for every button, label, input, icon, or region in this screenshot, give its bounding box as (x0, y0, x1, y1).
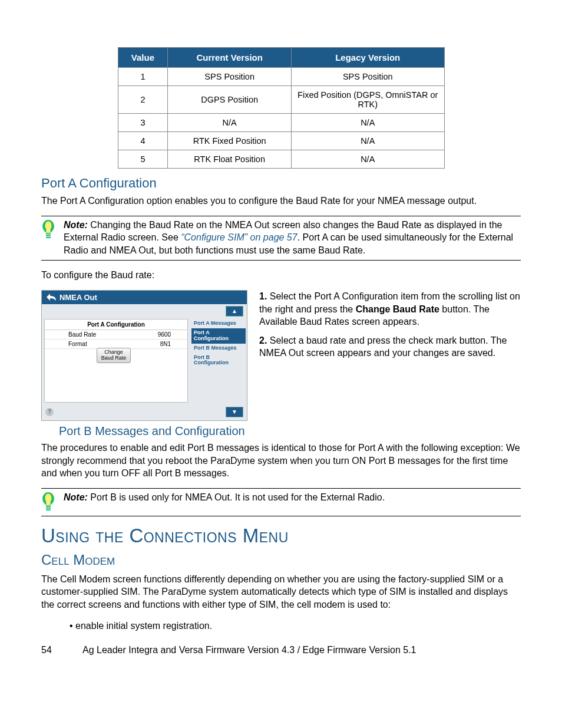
th-legacy: Legacy Version (291, 48, 444, 68)
heading-cell-modem: Cell Modem (41, 552, 521, 568)
side-list: Port A Messages Port A Configuration Por… (190, 317, 247, 405)
step-2: 2. Select a baud rate and press the chec… (259, 334, 521, 360)
panel-header: Port A Configuration (45, 319, 187, 330)
change-baud-rate-button[interactable]: Change Baud Rate (97, 348, 131, 363)
figure-titlebar: NMEA Out (42, 291, 247, 304)
config-panel: Port A Configuration Baud Rate 9600 Form… (44, 319, 188, 403)
port-a-body: The Port A Configuration option enables … (41, 195, 521, 207)
note-text: Note: Port B is used only for NMEA Out. … (64, 491, 385, 504)
side-item-port-b-config[interactable]: Port B Configuration (191, 353, 246, 368)
back-arrow-icon (47, 294, 56, 301)
lightbulb-icon (41, 219, 57, 240)
note-port-a: Note: Changing the Baud Rate on the NMEA… (41, 216, 521, 261)
bullet-item: enable initial system registration. (77, 620, 521, 633)
heading-connections-menu: Using the Connections Menu (41, 525, 521, 547)
cell-modem-bullets: enable initial system registration. (77, 620, 521, 633)
th-current: Current Version (168, 48, 292, 68)
configure-baud-lead: To configure the Baud rate: (41, 269, 521, 282)
svg-rect-7 (46, 509, 51, 510)
heading-port-a-config: Port A Configuration (41, 176, 521, 191)
baud-rate-row: Baud Rate 9600 (45, 330, 187, 340)
table-row: 3 N/A N/A (118, 114, 444, 132)
table-row: 5 RTK Float Position N/A (118, 150, 444, 169)
cell-modem-body: The Cell Modem screen functions differen… (41, 573, 521, 611)
scroll-up-button[interactable]: ▲ (226, 306, 243, 317)
svg-rect-6 (46, 508, 51, 509)
footer-text: Ag Leader Integra and Versa Firmware Ver… (82, 645, 416, 655)
svg-rect-2 (46, 235, 51, 236)
th-value: Value (118, 48, 168, 68)
step-1: 1. Select the Port A Configuration item … (259, 290, 521, 328)
version-table: Value Current Version Legacy Version 1 S… (118, 47, 445, 169)
svg-rect-5 (46, 506, 51, 507)
table-row: 4 RTK Fixed Position N/A (118, 132, 444, 150)
page-number: 54 (41, 645, 65, 655)
note-port-b: Note: Port B is used only for NMEA Out. … (41, 488, 521, 516)
heading-port-b: Port B Messages and Configuration (59, 424, 521, 438)
lightbulb-icon (41, 491, 57, 512)
svg-rect-3 (46, 237, 51, 238)
svg-rect-1 (46, 233, 51, 235)
page-footer: 54 Ag Leader Integra and Versa Firmware … (27, 645, 535, 655)
table-row: 2 DGPS Position Fixed Position (DGPS, Om… (118, 86, 444, 114)
port-b-body: The procedures to enable and edit Port B… (41, 442, 521, 480)
scroll-down-button[interactable]: ▼ (226, 407, 243, 417)
nmea-out-figure: NMEA Out ▲ Port A Configuration Baud Rat… (41, 290, 247, 421)
side-item-port-a-config[interactable]: Port A Configuration (191, 328, 246, 344)
help-icon[interactable]: ? (45, 408, 54, 416)
note-text: Note: Changing the Baud Rate on the NMEA… (64, 219, 521, 257)
side-item-port-a-messages[interactable]: Port A Messages (191, 319, 246, 328)
table-row: 1 SPS Position SPS Position (118, 68, 444, 86)
link-configure-sim[interactable]: “Configure SIM” on page 57 (181, 232, 297, 242)
side-item-port-b-messages[interactable]: Port B Messages (191, 344, 246, 353)
